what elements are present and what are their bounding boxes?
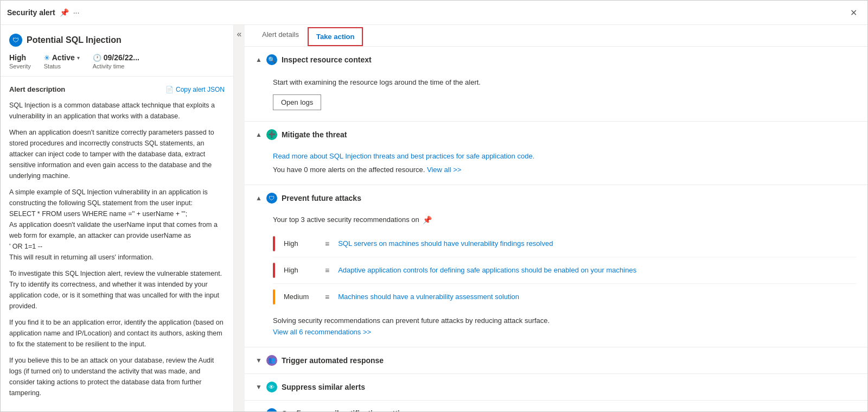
section-trigger-header[interactable]: ▼ 👥 Trigger automated response <box>245 347 867 373</box>
desc-para-2: When an application doesn't sanitize cor… <box>9 127 225 181</box>
inspect-body: Start with examining the resource logs a… <box>245 73 867 121</box>
window-title: Security alert <box>7 8 55 17</box>
prevent-chevron-icon: ▲ <box>256 194 262 202</box>
suppress-title: Suppress similar alerts <box>282 383 365 391</box>
activity-time-label: Activity time <box>93 63 139 69</box>
rec-row-1: High ≡ SQL servers on machines should ha… <box>273 231 857 257</box>
open-logs-button[interactable]: Open logs <box>273 94 321 110</box>
section-prevent-header[interactable]: ▲ 🛡 Prevent future attacks <box>245 185 867 211</box>
collapse-handle[interactable]: « <box>234 25 245 411</box>
suppress-chevron-icon: ▼ <box>256 383 262 391</box>
section-suppress-header[interactable]: ▼ 👁 Suppress similar alerts <box>245 374 867 400</box>
tabs: Alert details Take action <box>245 25 867 47</box>
section-prevent: ▲ 🛡 Prevent future attacks Your top 3 ac… <box>245 185 867 347</box>
trigger-title: Trigger automated response <box>282 356 384 365</box>
mitigate-title: Mitigate the threat <box>282 130 347 139</box>
severity-label: Severity <box>9 63 31 69</box>
rec-link-1[interactable]: SQL servers on machines should have vuln… <box>338 239 857 248</box>
status-label: Status <box>44 63 80 69</box>
copy-icon: 📄 <box>165 86 174 93</box>
activity-time-value: 09/26/22... <box>104 53 139 62</box>
desc-header: Alert description 📄 Copy alert JSON <box>9 85 225 93</box>
mitigate-icon: ➕ <box>266 129 277 140</box>
severity-label-3: Medium <box>284 293 316 301</box>
rec-link-3[interactable]: Machines should have a vulnerability ass… <box>338 293 857 301</box>
section-inspect-header[interactable]: ▲ 🔍 Inspect resource context <box>245 47 867 73</box>
title-bar: Security alert 📌 ··· ✕ <box>1 1 867 25</box>
tab-alert-details[interactable]: Alert details <box>253 25 308 46</box>
content-area: 🛡 Potential SQL Injection High Severity … <box>1 25 867 411</box>
alert-shield-icon: 🛡 <box>9 34 22 47</box>
prevent-title: Prevent future attacks <box>282 194 361 202</box>
desc-para-5: If you find it to be an application erro… <box>9 317 225 350</box>
rec-link-2[interactable]: Adaptive application controls for defini… <box>338 266 857 274</box>
alert-header: 🛡 Potential SQL Injection High Severity … <box>1 25 233 77</box>
rec-list-icon-1: ≡ <box>325 239 329 248</box>
close-button[interactable]: ✕ <box>846 5 861 20</box>
status-value: Active <box>52 53 75 62</box>
desc-para-3: A simple example of SQL Injection vulner… <box>9 187 225 263</box>
sql-injection-link[interactable]: Read more about SQL Injection threats an… <box>273 152 534 160</box>
section-mitigate-header[interactable]: ▲ ➕ Mitigate the threat <box>245 122 867 148</box>
title-bar-left: Security alert 📌 ··· <box>7 8 846 17</box>
desc-para-1: SQL Injection is a common database attac… <box>9 100 225 122</box>
configure-icon: ✉ <box>266 408 277 412</box>
collapse-arrow-icon: « <box>237 29 242 39</box>
severity-label-2: High <box>284 266 316 274</box>
severity-value: High <box>9 53 31 62</box>
rec-intro-text: Your top 3 active security recommendatio… <box>273 215 419 224</box>
recommendations-table: High ≡ SQL servers on machines should ha… <box>273 231 857 310</box>
suppress-icon: 👁 <box>266 382 277 392</box>
status-row: ✳ Active ▾ <box>44 53 80 62</box>
alert-description-section: Alert description 📄 Copy alert JSON SQL … <box>1 77 233 411</box>
inspect-chevron-icon: ▲ <box>256 56 262 64</box>
database-pin-icon: 📌 <box>423 215 432 224</box>
view-all-alerts-link[interactable]: View all >> <box>427 166 461 174</box>
clock-icon: 🕐 <box>93 54 101 62</box>
status-chevron-icon[interactable]: ▾ <box>77 55 80 61</box>
rec-intro: Your top 3 active security recommendatio… <box>273 215 857 224</box>
severity-bar-medium-3 <box>273 289 275 305</box>
solving-text: Solving security recommendations can pre… <box>273 316 857 325</box>
mitigate-chevron-icon: ▲ <box>256 131 262 138</box>
activity-time-meta: 🕐 09/26/22... Activity time <box>93 53 152 69</box>
alert-title-row: 🛡 Potential SQL Injection <box>9 34 225 47</box>
configure-title: Configure email notification settings <box>282 409 413 412</box>
alert-name: Potential SQL Injection <box>27 35 122 45</box>
copy-link-label: Copy alert JSON <box>176 86 225 93</box>
right-panel: Alert details Take action ▲ 🔍 Inspect re… <box>245 25 867 411</box>
prevent-body: Your top 3 active security recommendatio… <box>245 211 867 347</box>
rec-list-icon-3: ≡ <box>325 293 329 301</box>
rec-row-3: Medium ≡ Machines should have a vulnerab… <box>273 284 857 310</box>
view-all-recommendations-link[interactable]: View all 6 recommendations >> <box>273 328 371 336</box>
section-trigger: ▼ 👥 Trigger automated response <box>245 347 867 374</box>
section-configure-header[interactable]: ▼ ✉ Configure email notification setting… <box>245 401 867 412</box>
inspect-icon: 🔍 <box>266 54 277 65</box>
rec-row-2: High ≡ Adaptive application controls for… <box>273 257 857 284</box>
desc-para-4: To investigate this SQL Injection alert,… <box>9 268 225 312</box>
status-meta: ✳ Active ▾ Status <box>44 53 93 69</box>
section-mitigate: ▲ ➕ Mitigate the threat Read more about … <box>245 122 867 185</box>
tab-take-action[interactable]: Take action <box>308 27 363 46</box>
more-icon[interactable]: ··· <box>73 8 80 17</box>
left-panel: 🛡 Potential SQL Injection High Severity … <box>1 25 234 411</box>
section-configure: ▼ ✉ Configure email notification setting… <box>245 401 867 412</box>
rec-list-icon-2: ≡ <box>325 266 329 275</box>
desc-title: Alert description <box>9 85 65 93</box>
copy-alert-json-link[interactable]: 📄 Copy alert JSON <box>165 86 225 93</box>
status-spinner-icon: ✳ <box>44 54 50 62</box>
right-content: ▲ 🔍 Inspect resource context Start with … <box>245 47 867 411</box>
section-suppress: ▼ 👁 Suppress similar alerts <box>245 374 867 401</box>
trigger-chevron-icon: ▼ <box>256 357 262 364</box>
security-alert-window: Security alert 📌 ··· ✕ 🛡 Potential SQL I… <box>0 0 868 412</box>
prevent-icon: 🛡 <box>266 193 277 204</box>
severity-bar-high-1 <box>273 236 275 251</box>
trigger-icon: 👥 <box>266 355 277 366</box>
configure-chevron-icon: ▼ <box>256 410 262 412</box>
description-text: SQL Injection is a common database attac… <box>9 100 225 398</box>
severity-bar-high-2 <box>273 263 275 278</box>
pin-icon[interactable]: 📌 <box>60 8 69 17</box>
severity-label-1: High <box>284 239 316 248</box>
severity-meta: High Severity <box>9 53 44 69</box>
alert-meta: High Severity ✳ Active ▾ Status 🕐 <box>9 53 225 69</box>
